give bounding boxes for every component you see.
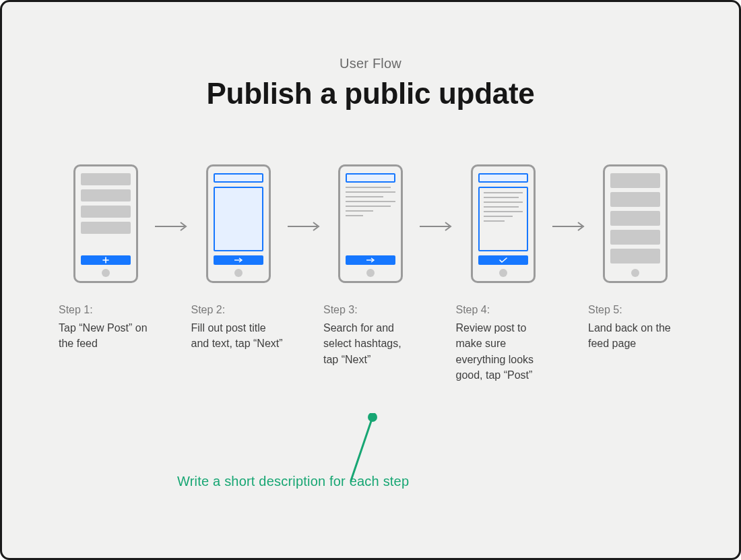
next-button	[214, 255, 263, 265]
step-description: Review post to make sure everything look…	[456, 322, 534, 381]
arrow-right-icon	[551, 221, 587, 232]
diagram-title: Publish a public update	[2, 77, 739, 111]
step-number: Step 2:	[191, 302, 286, 317]
step-caption: Step 5: Land back on the feed page	[588, 302, 682, 352]
step-3: Step 3: Search for and select hashtags, …	[323, 164, 418, 367]
arrow-right-icon	[366, 257, 375, 263]
step-caption: Step 3: Search for and select hashtags, …	[323, 302, 418, 367]
user-flow-diagram: User Flow Publish a public update	[0, 0, 741, 560]
post-button	[478, 255, 528, 265]
flow-arrow	[154, 221, 190, 232]
step-2: Step 2: Fill out post title and text, ta…	[191, 164, 286, 352]
home-button-icon	[499, 269, 507, 277]
svg-line-6	[351, 417, 373, 480]
feed-item	[610, 249, 660, 263]
home-button-icon	[631, 269, 639, 277]
step-caption: Step 4: Review post to make sure everyth…	[456, 302, 550, 383]
feed-item	[610, 230, 660, 245]
feed-item	[610, 173, 660, 188]
diagram-header: User Flow Publish a public update	[2, 56, 739, 111]
feed-item	[81, 173, 131, 185]
step-caption: Step 1: Tap “New Post” on the feed	[59, 302, 153, 352]
hashtag-search-field	[346, 173, 395, 183]
step-description: Land back on the feed page	[588, 322, 671, 349]
step-5: Step 5: Land back on the feed page	[588, 164, 682, 352]
arrow-right-icon	[234, 257, 243, 263]
review-title-field	[478, 173, 528, 183]
phone-wireframe	[603, 164, 668, 283]
arrow-right-icon	[154, 221, 190, 232]
feed-item	[610, 192, 660, 207]
check-icon	[499, 257, 507, 263]
next-button	[346, 255, 395, 265]
home-button-icon	[366, 269, 375, 277]
eyebrow-label: User Flow	[2, 56, 739, 71]
flow-row: Step 1: Tap “New Post” on the feed	[2, 164, 739, 383]
arrow-right-icon	[418, 221, 455, 232]
plus-icon	[102, 257, 109, 263]
flow-arrow	[286, 221, 323, 232]
step-number: Step 1:	[59, 302, 153, 317]
hashtag-results	[346, 187, 395, 216]
review-body-field	[478, 187, 528, 251]
svg-point-7	[368, 413, 377, 422]
feed-item	[81, 222, 131, 234]
step-description: Tap “New Post” on the feed	[59, 322, 148, 349]
post-body-field	[214, 187, 263, 251]
feed-item	[81, 206, 131, 218]
arrow-right-icon	[286, 221, 323, 232]
phone-wireframe	[206, 164, 271, 283]
flow-arrow	[551, 221, 587, 232]
step-description: Search for and select hashtags, tap “Nex…	[323, 322, 401, 365]
home-button-icon	[102, 269, 110, 277]
flow-arrow	[418, 221, 455, 232]
step-4: Step 4: Review post to make sure everyth…	[456, 164, 550, 383]
step-number: Step 5:	[588, 302, 682, 317]
step-number: Step 4:	[456, 302, 550, 317]
phone-wireframe	[338, 164, 403, 283]
post-title-field	[214, 173, 263, 183]
step-description: Fill out post title and text, tap “Next”	[191, 322, 283, 349]
new-post-button	[81, 255, 131, 265]
step-number: Step 3:	[323, 302, 418, 317]
home-button-icon	[234, 269, 243, 277]
phone-wireframe	[73, 164, 138, 283]
phone-wireframe	[471, 164, 536, 283]
feed-item	[81, 189, 131, 201]
step-1: Step 1: Tap “New Post” on the feed	[59, 164, 153, 352]
feed-item	[610, 211, 660, 226]
annotation-label: Write a short description for each step	[177, 474, 409, 489]
step-caption: Step 2: Fill out post title and text, ta…	[191, 302, 286, 352]
